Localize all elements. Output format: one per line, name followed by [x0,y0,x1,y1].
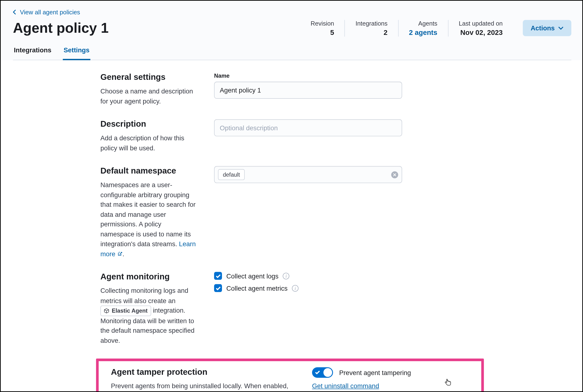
name-input[interactable] [214,82,402,99]
stat-label: Revision [311,20,334,27]
chip-label: Elastic Agent [112,307,148,315]
chevron-down-icon [558,26,564,30]
actions-button[interactable]: Actions [523,20,571,36]
elastic-agent-chip: Elastic Agent [100,306,151,316]
stat-agents: Agents 2 agents [399,20,448,37]
collect-metrics-label: Collect agent metrics [226,284,287,292]
back-link[interactable]: View all agent policies [13,8,80,16]
namespace-desc: Namespaces are a user-configurable arbit… [100,180,197,258]
general-heading: General settings [100,72,197,82]
toggle-label: Prevent agent tampering [339,369,411,376]
prevent-tampering-toggle[interactable] [312,368,333,378]
stat-revision: Revision 5 [300,20,345,37]
stat-value: 2 [356,29,388,36]
stat-integrations: Integrations 2 [345,20,399,37]
description-input[interactable] [214,119,402,136]
collect-logs-label: Collect agent logs [226,272,278,280]
namespace-heading: Default namespace [100,166,197,176]
cube-icon [104,308,109,314]
tabs: Integrations Settings [13,46,571,60]
monitoring-heading: Agent monitoring [100,272,197,282]
tab-settings[interactable]: Settings [63,46,90,60]
info-icon[interactable]: i [283,272,289,279]
clear-icon[interactable] [391,171,398,178]
stat-label: Integrations [356,20,388,27]
cursor-icon [445,379,452,388]
namespace-desc-text: Namespaces are a user-configurable arbit… [100,181,195,248]
back-link-label: View all agent policies [20,8,80,16]
name-label: Name [214,72,402,79]
actions-label: Actions [531,24,555,32]
collect-logs-checkbox[interactable] [214,272,222,280]
general-desc: Choose a name and description for your a… [100,86,197,106]
tamper-desc-pre: Prevent agents from being uninstalled lo… [111,382,290,392]
description-desc: Add a description of how this policy wil… [100,133,197,153]
namespace-pill[interactable]: default [218,169,245,180]
tab-integrations[interactable]: Integrations [13,46,52,60]
monitoring-desc-pre: Collecting monitoring logs and metrics w… [100,287,188,304]
stat-label: Agents [409,20,438,27]
stat-value: Nov 02, 2023 [459,29,503,36]
info-icon[interactable]: i [292,285,298,291]
stat-updated: Last updated on Nov 02, 2023 [448,20,513,37]
stat-value: 5 [311,29,334,36]
collect-metrics-checkbox[interactable] [214,284,222,292]
page-title: Agent policy 1 [13,20,108,36]
agents-link[interactable]: 2 agents [409,29,438,36]
tamper-protection-highlight: Agent tamper protection Prevent agents f… [96,358,484,392]
namespace-combo[interactable]: default [214,166,402,183]
tamper-heading: Agent tamper protection [111,368,295,377]
stat-label: Last updated on [459,20,503,27]
tamper-desc: Prevent agents from being uninstalled lo… [111,382,295,392]
get-uninstall-command-link[interactable]: Get uninstall command [312,382,379,390]
external-link-icon [118,252,122,256]
description-heading: Description [100,119,197,129]
monitoring-desc: Collecting monitoring logs and metrics w… [100,286,197,346]
chevron-left-icon [13,10,16,15]
